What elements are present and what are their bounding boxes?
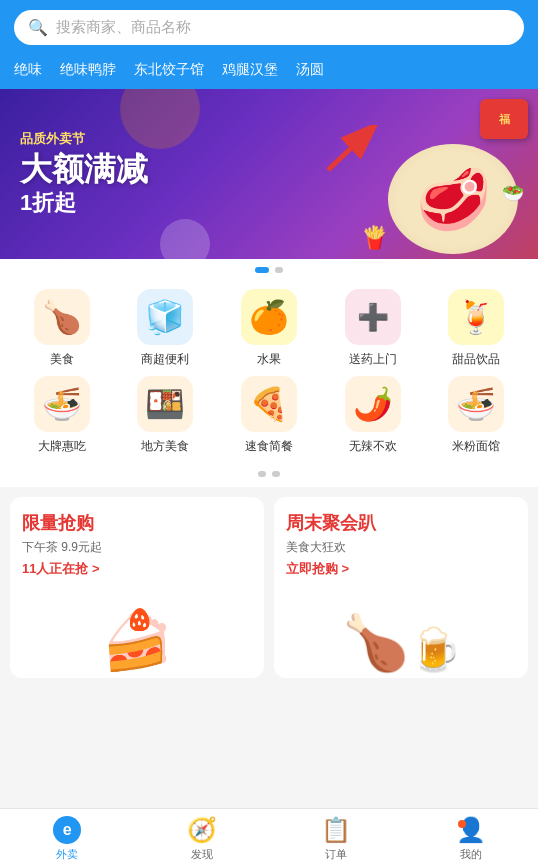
banner-dots <box>0 259 538 279</box>
quick-tag-2[interactable]: 东北饺子馆 <box>134 61 204 79</box>
cat-icon-noodle: 🍜 <box>448 376 504 432</box>
promo-food-1: 🍗🍺 <box>286 578 516 678</box>
cat-label-7: 速食简餐 <box>245 438 293 455</box>
svg-line-1 <box>328 135 365 170</box>
promo-title-1: 周末聚会趴 <box>286 511 516 535</box>
nav-item-orders[interactable]: 📋 订单 <box>269 809 404 868</box>
quick-tag-3[interactable]: 鸡腿汉堡 <box>222 61 278 79</box>
cat-label-6: 地方美食 <box>141 438 189 455</box>
cat-icon-shangchao: 🧊 <box>137 289 193 345</box>
quick-tag-4[interactable]: 汤圆 <box>296 61 324 79</box>
cat-icon-fastfood: 🍕 <box>241 376 297 432</box>
cat-item-dessert[interactable]: 🍹 甜品饮品 <box>436 289 516 368</box>
cat-icon-shuiguo: 🍊 <box>241 289 297 345</box>
mine-badge <box>458 820 466 828</box>
cat-label-1: 商超便利 <box>141 351 189 368</box>
cat-icon-spicy: 🌶️ <box>345 376 401 432</box>
promo-action-1[interactable]: 立即抢购 > <box>286 560 516 578</box>
cat-label-2: 水果 <box>257 351 281 368</box>
food-plate: 🥩 <box>388 144 518 254</box>
banner-dot-1[interactable] <box>275 267 283 273</box>
bottom-nav: e 外卖 🧭 发现 📋 订单 👤 我的 <box>0 808 538 868</box>
cat-item-shangchao[interactable]: 🧊 商超便利 <box>125 289 205 368</box>
nav-label-orders: 订单 <box>325 847 347 862</box>
promo-card-1[interactable]: 周末聚会趴 美食大狂欢 立即抢购 > 🍗🍺 <box>274 497 528 678</box>
side-food-2: 🍟 <box>361 225 388 251</box>
waimai-icon: e <box>53 816 81 844</box>
promo-card-0[interactable]: 限量抢购 下午茶 9.9元起 11人正在抢 > 🍰 <box>10 497 264 678</box>
arrow-decoration <box>323 125 378 184</box>
cat-label-5: 大牌惠吃 <box>38 438 86 455</box>
cat-icon-dessert: 🍹 <box>448 289 504 345</box>
nav-item-mine[interactable]: 👤 我的 <box>404 809 539 868</box>
banner-left-content: 品质外卖节 大额满减 1折起 <box>20 130 148 217</box>
cat-item-meishi[interactable]: 🍗 美食 <box>22 289 102 368</box>
search-placeholder: 搜索商家、商品名称 <box>56 18 191 37</box>
cat-item-fastfood[interactable]: 🍕 速食简餐 <box>229 376 309 455</box>
cat-icon-medicine: ➕ <box>345 289 401 345</box>
promo-desc-1: 美食大狂欢 <box>286 539 516 556</box>
cat-item-medicine[interactable]: ➕ 送药上门 <box>333 289 413 368</box>
discover-icon: 🧭 <box>187 816 217 844</box>
category-row-2: 🍜 大牌惠吃 🍱 地方美食 🍕 速食简餐 🌶️ 无辣不欢 🍜 米粉面馆 <box>0 376 538 463</box>
cat-label-0: 美食 <box>50 351 74 368</box>
steak-emoji: 🥩 <box>416 164 491 235</box>
nav-label-mine: 我的 <box>460 847 482 862</box>
search-bar-container: 🔍 搜索商家、商品名称 <box>0 0 538 55</box>
nav-item-discover[interactable]: 🧭 发现 <box>135 809 270 868</box>
deco-circle-2 <box>160 219 210 259</box>
cat-item-local[interactable]: 🍱 地方美食 <box>125 376 205 455</box>
cat-label-4: 甜品饮品 <box>452 351 500 368</box>
section-dots <box>0 469 538 487</box>
banner-quality-text: 品质外卖节 <box>20 130 148 148</box>
red-packet-decoration: 福 <box>480 99 528 139</box>
section-dot-0[interactable] <box>258 471 266 477</box>
nav-label-discover: 发现 <box>191 847 213 862</box>
categories-section: 🍗 美食 🧊 商超便利 🍊 水果 ➕ 送药上门 🍹 甜品饮品 <box>0 279 538 469</box>
quick-tag-1[interactable]: 绝味鸭脖 <box>60 61 116 79</box>
promo-desc-0: 下午茶 9.9元起 <box>22 539 252 556</box>
promo-action-0[interactable]: 11人正在抢 > <box>22 560 252 578</box>
cat-icon-brand: 🍜 <box>34 376 90 432</box>
search-input-wrapper[interactable]: 🔍 搜索商家、商品名称 <box>14 10 524 45</box>
quick-tags-bar: 绝味 绝味鸭脖 东北饺子馆 鸡腿汉堡 汤圆 <box>0 55 538 89</box>
side-food-1: 🥗 <box>502 182 524 204</box>
mine-icon-wrapper: 👤 <box>456 816 486 844</box>
promo-section: 限量抢购 下午茶 9.9元起 11人正在抢 > 🍰 周末聚会趴 美食大狂欢 立即… <box>0 487 538 678</box>
cat-icon-meishi: 🍗 <box>34 289 90 345</box>
promo-banner[interactable]: 品质外卖节 大额满减 1折起 福 🥩 🥗 🍟 <box>0 89 538 259</box>
promo-title-0: 限量抢购 <box>22 511 252 535</box>
page-content: 🔍 搜索商家、商品名称 绝味 绝味鸭脖 东北饺子馆 鸡腿汉堡 汤圆 品质外卖节 … <box>0 0 538 738</box>
banner-title-line1: 大额满减 <box>20 152 148 187</box>
cat-label-8: 无辣不欢 <box>349 438 397 455</box>
cat-item-brand[interactable]: 🍜 大牌惠吃 <box>22 376 102 455</box>
banner-dot-0[interactable] <box>255 267 269 273</box>
cat-label-3: 送药上门 <box>349 351 397 368</box>
category-row-1: 🍗 美食 🧊 商超便利 🍊 水果 ➕ 送药上门 🍹 甜品饮品 <box>0 289 538 376</box>
orders-icon: 📋 <box>321 816 351 844</box>
promo-food-0: 🍰 <box>22 578 252 678</box>
section-dot-1[interactable] <box>272 471 280 477</box>
nav-label-waimai: 外卖 <box>56 847 78 862</box>
cat-item-noodle[interactable]: 🍜 米粉面馆 <box>436 376 516 455</box>
cat-label-9: 米粉面馆 <box>452 438 500 455</box>
quick-tag-0[interactable]: 绝味 <box>14 61 42 79</box>
banner-title-line2: 1折起 <box>20 188 148 218</box>
cat-icon-local: 🍱 <box>137 376 193 432</box>
cat-item-spicy[interactable]: 🌶️ 无辣不欢 <box>333 376 413 455</box>
cat-item-shuiguo[interactable]: 🍊 水果 <box>229 289 309 368</box>
search-icon: 🔍 <box>28 18 48 37</box>
nav-item-waimai[interactable]: e 外卖 <box>0 809 135 868</box>
